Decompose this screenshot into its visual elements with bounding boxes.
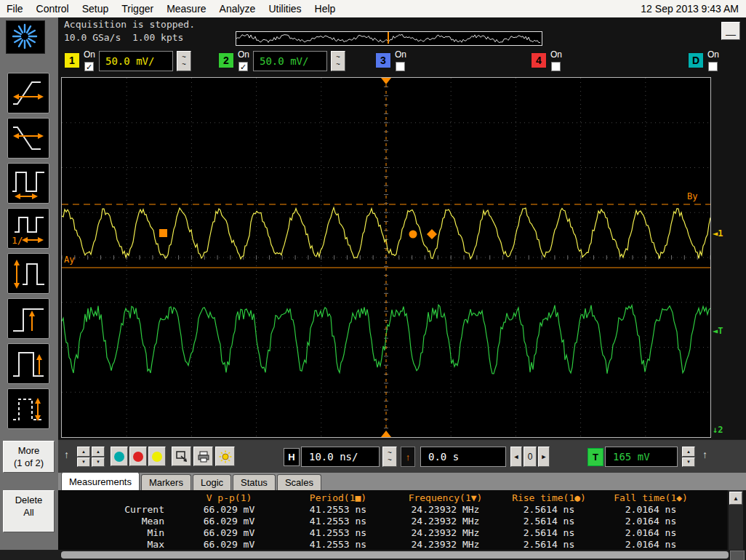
value-cell: 41.2553 ns — [284, 516, 393, 527]
fall-time-button[interactable] — [7, 118, 49, 159]
value-cell: 2.5614 ns — [498, 504, 600, 515]
col-rise-time: Rise time(1●) — [498, 492, 600, 503]
spin-up-button[interactable]: ▲ — [92, 447, 105, 457]
channel-3-on-checkbox[interactable] — [396, 62, 405, 71]
tab-status[interactable]: Status — [233, 474, 276, 490]
rising-edge-button[interactable] — [7, 298, 49, 339]
channel-1-on-label: On — [84, 49, 95, 60]
value-cell: 66.029 mV — [175, 539, 284, 550]
value-cell: 66.029 mV — [175, 504, 284, 515]
spin-down-button[interactable]: ▼ — [77, 457, 90, 468]
tab-measurements[interactable]: Measurements — [61, 472, 140, 490]
spin-up-button[interactable]: ▲ — [682, 447, 695, 457]
print-button[interactable] — [193, 447, 213, 466]
brightness-sun-icon — [219, 450, 232, 463]
yellow-circle-icon — [152, 452, 162, 462]
scroll-up-button[interactable]: ▲ — [729, 492, 742, 505]
menu-trigger[interactable]: Trigger — [115, 0, 160, 17]
measurements-panel: V p-p(1) Period(1■) Frequency(1▼) Rise t… — [58, 490, 727, 550]
channel-1-scale-box[interactable]: 50.0 mV/ — [99, 51, 173, 71]
vertical-adjust-spinner-2: ▲ ▼ — [92, 447, 105, 467]
channel-2-on-checkbox[interactable]: ✓ — [238, 62, 248, 71]
spin-down-button[interactable]: ▼ — [682, 457, 695, 468]
trigger-up-button[interactable]: ↑ — [702, 449, 707, 460]
acquisition-preview-strip[interactable] — [236, 31, 542, 46]
zoom-window-button[interactable] — [172, 447, 191, 466]
channel-2-scale-spinner[interactable]: ~~ — [331, 51, 345, 71]
channel-3-on-label: On — [395, 49, 406, 60]
menu-measure[interactable]: Measure — [160, 0, 212, 17]
red-marker-button[interactable] — [129, 447, 147, 466]
horizontal-position-box[interactable]: 0.0 s — [420, 447, 506, 467]
channel-1-on-checkbox[interactable]: ✓ — [84, 62, 94, 71]
position-left-button[interactable]: ◄ — [510, 447, 522, 467]
channel-4-badge[interactable]: 4 — [531, 52, 547, 68]
marker-a-label[interactable]: Ay — [64, 255, 74, 265]
marker-b-label[interactable]: By — [687, 191, 697, 201]
cyan-marker-button[interactable] — [111, 447, 128, 466]
value-cell: 2.0164 ns — [600, 527, 702, 538]
tab-logic[interactable]: Logic — [193, 474, 231, 490]
value-cell: 2.0164 ns — [600, 516, 702, 527]
trigger-level-box[interactable]: 165 mV — [605, 447, 678, 467]
spin-down-button[interactable]: ▼ — [92, 457, 105, 468]
tab-markers[interactable]: Markers — [141, 474, 191, 490]
minimize-button[interactable]: — — [721, 22, 740, 40]
datetime-display: 12 Sep 2013 9:43 AM — [641, 3, 746, 15]
position-right-button[interactable]: ► — [538, 447, 550, 467]
channel-2-scale-box[interactable]: 50.0 mV/ — [253, 51, 327, 71]
channel-1-scale-spinner[interactable]: ~~ — [177, 51, 191, 71]
horizontal-scrollbar[interactable] — [0, 550, 746, 560]
trigger-position-button[interactable]: ↑ — [401, 447, 415, 467]
menu-analyze[interactable]: Analyze — [213, 0, 262, 17]
value-cell: 41.2553 ns — [284, 504, 393, 515]
overshoot-icon — [10, 347, 47, 380]
horizontal-control-bar: ↑ ▲ ▼ ▲ ▼ — [58, 439, 746, 473]
peak-to-peak-button[interactable] — [7, 253, 49, 294]
pulse-width-button[interactable] — [7, 388, 49, 429]
tab-scales[interactable]: Scales — [277, 474, 321, 490]
overshoot-button[interactable] — [7, 343, 49, 384]
position-zero-button[interactable]: 0 — [524, 447, 537, 467]
scrollbar-thumb[interactable] — [61, 551, 729, 559]
zoom-window-icon — [175, 450, 188, 463]
row-label: Min — [58, 527, 175, 538]
digital-channel-badge[interactable]: D — [688, 52, 704, 68]
channel-1-reference-marker[interactable]: ◄1 — [713, 228, 723, 239]
delete-all-button[interactable]: Delete All — [3, 490, 55, 532]
channel-4-on-checkbox[interactable] — [551, 62, 561, 71]
svg-text:1/: 1/ — [12, 235, 23, 245]
channel-4-controls: 4 On — [531, 48, 562, 80]
digital-on-checkbox[interactable] — [708, 62, 718, 71]
channel-1-badge[interactable]: 1 — [64, 52, 80, 68]
more-button[interactable]: More (1 of 2) — [3, 441, 55, 473]
trigger-level-marker[interactable]: ◄T — [713, 326, 723, 336]
value-cell: 2.0164 ns — [600, 539, 702, 550]
waveform-display[interactable]: Ay By — [61, 77, 711, 438]
channel-3-badge[interactable]: 3 — [375, 52, 391, 68]
menu-control[interactable]: Control — [30, 0, 76, 17]
yellow-marker-button[interactable] — [148, 447, 166, 466]
menu-utilities[interactable]: Utilities — [262, 0, 308, 17]
delete-label-2: All — [23, 507, 33, 518]
preview-waveform-icon — [236, 32, 540, 44]
channel-2-badge[interactable]: 2 — [218, 52, 234, 68]
measurements-scrollbar[interactable]: ▲ — [729, 490, 743, 550]
frequency-button[interactable]: 1/ — [7, 208, 49, 249]
menu-setup[interactable]: Setup — [76, 0, 116, 17]
period-button[interactable] — [7, 163, 49, 204]
pan-up-button[interactable]: ↑ — [64, 449, 69, 460]
menu-help[interactable]: Help — [308, 0, 342, 17]
rise-time-button[interactable] — [7, 73, 49, 113]
vertical-adjust-spinner-1: ▲ ▼ — [77, 447, 90, 467]
value-cell: 41.2553 ns — [284, 539, 393, 550]
timebase-value-box[interactable]: 10.0 ns/ — [301, 447, 380, 467]
starburst-logo-icon — [7, 21, 43, 52]
display-brightness-button[interactable] — [215, 447, 235, 466]
timebase-spinner[interactable]: ~~ — [382, 447, 397, 467]
digital-on-label: On — [707, 49, 719, 60]
spin-up-button[interactable]: ▲ — [77, 447, 90, 457]
menu-file[interactable]: File — [0, 0, 30, 17]
results-tab-bar: Measurements Markers Logic Status Scales — [58, 473, 746, 490]
channel-2-reference-marker[interactable]: ↓2 — [713, 425, 723, 435]
